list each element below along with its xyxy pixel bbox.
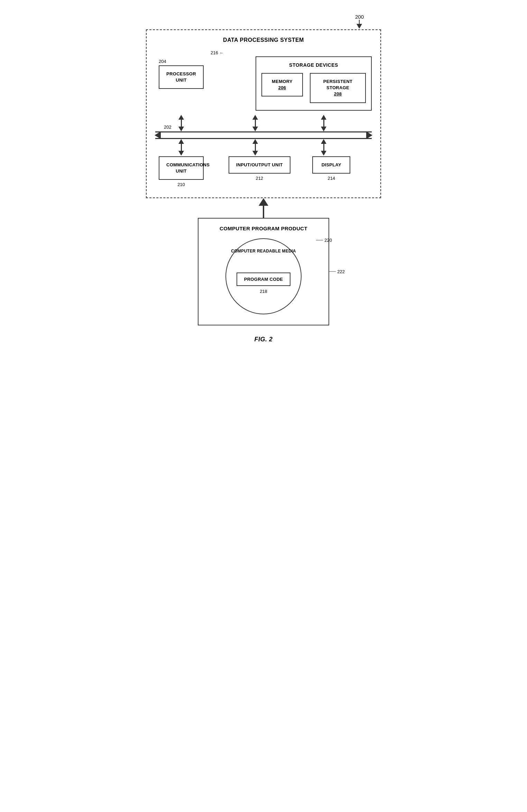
storage-devices-title: STORAGE DEVICES — [261, 62, 366, 68]
display-label: DISPLAY — [322, 162, 341, 167]
bus-left-arrow — [155, 131, 161, 139]
ref-214: 214 — [327, 176, 335, 181]
ref-200-shaft — [359, 20, 360, 24]
crm-circle: COMPUTER READABLE MEDIA PROGRAM CODE 218 — [225, 238, 302, 314]
comm-bus-arrow — [178, 139, 184, 156]
cpp-title: COMPUTER PROGRAM PRODUCT — [205, 225, 322, 231]
ref-200-arrow — [357, 24, 362, 29]
bus-right-arrow — [366, 131, 372, 139]
ref-212: 212 — [256, 176, 263, 181]
fig-label: FIG. 2 — [254, 336, 272, 343]
storage-devices-inner: MEMORY 206 PERSISTENT STORAGE 208 — [261, 73, 366, 103]
system-bus — [155, 131, 372, 139]
display-box: DISPLAY — [312, 156, 350, 174]
ref-200: 200 — [355, 14, 364, 20]
io-unit-label: INPUT/OUTPUT UNIT — [236, 162, 283, 167]
data-processing-system-box: DATA PROCESSING SYSTEM 204 PROCESSOR UNI… — [146, 29, 381, 198]
processor-unit-label: PROCESSOR UNIT — [166, 71, 196, 83]
memory-label: MEMORY — [269, 79, 295, 85]
communications-unit-box: COMMUNICATIONS UNIT — [159, 156, 204, 180]
ref-210: 210 — [177, 182, 185, 187]
display-bus-arrow — [321, 139, 326, 156]
persistent-storage-ref: 208 — [317, 91, 358, 97]
memory-bus-arrow — [252, 115, 258, 131]
ref-222-label: 222 — [329, 269, 345, 274]
cpp-box: COMPUTER PROGRAM PRODUCT COMPUTER READAB… — [198, 218, 329, 325]
processor-bus-arrow — [178, 115, 184, 131]
ref-216-label: 216 ← — [211, 50, 372, 55]
system-title: DATA PROCESSING SYSTEM — [155, 37, 372, 43]
io-bus-arrow — [252, 139, 258, 156]
page-container: 200 DATA PROCESSING SYSTEM 204 PROCESSOR… — [132, 7, 395, 357]
program-code-box: PROGRAM CODE — [237, 273, 291, 286]
persistent-storage-box: PERSISTENT STORAGE 208 — [310, 73, 366, 103]
program-code-label: PROGRAM CODE — [244, 277, 283, 282]
ref-220-label: 220 — [316, 238, 332, 243]
processor-unit-box: PROCESSOR UNIT — [159, 65, 204, 89]
ref-218: 218 — [260, 289, 267, 294]
cpp-to-system-arrow — [259, 198, 268, 218]
storage-devices-box: STORAGE DEVICES MEMORY 206 PERSISTENT ST… — [256, 56, 372, 111]
ref-204-label: 204 — [159, 59, 166, 64]
crm-label: COMPUTER READABLE MEDIA — [226, 249, 301, 253]
bus-ref-202: 202 — [164, 124, 172, 130]
memory-ref: 206 — [269, 85, 295, 91]
persistent-storage-label: PERSISTENT STORAGE — [317, 79, 358, 91]
io-unit-box: INPUT/OUTPUT UNIT — [229, 156, 290, 174]
memory-box: MEMORY 206 — [261, 73, 303, 96]
communications-unit-label: COMMUNICATIONS UNIT — [166, 162, 210, 174]
persistent-bus-arrow — [321, 115, 326, 131]
